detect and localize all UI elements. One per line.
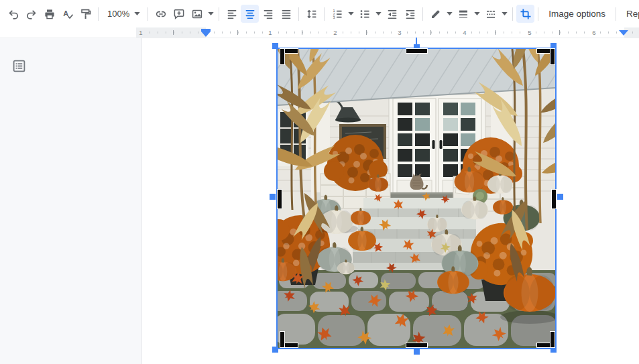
toolbar-separator [98, 7, 99, 21]
zoom-select[interactable]: 100% [102, 5, 144, 23]
align-right-button[interactable] [259, 5, 277, 23]
align-center-button[interactable] [241, 5, 259, 23]
redo-icon [25, 8, 38, 20]
ruler-label: 1 [266, 28, 274, 37]
ruler-label: 6 [590, 28, 597, 37]
toolbar-separator [148, 7, 148, 21]
border-weight-dropdown[interactable] [472, 5, 481, 23]
align-center-icon [244, 8, 256, 20]
paint-format-button[interactable] [76, 5, 95, 23]
document-outline-icon [13, 60, 25, 72]
numbered-list-dropdown[interactable] [346, 5, 355, 23]
toolbar: A 100% [0, 0, 639, 28]
border-weight-button[interactable] [454, 5, 472, 23]
chevron-down-icon [447, 12, 453, 15]
chevron-down-icon [375, 12, 382, 15]
border-weight-icon [457, 8, 469, 20]
border-color-dropdown[interactable] [445, 5, 454, 23]
svg-text:3: 3 [333, 15, 335, 19]
svg-text:A: A [63, 9, 68, 17]
line-spacing-button[interactable] [302, 5, 321, 23]
crop-handle-middle-right[interactable] [551, 189, 557, 209]
bulleted-list-dropdown[interactable] [373, 5, 383, 23]
redo-button[interactable] [22, 5, 40, 23]
insert-image-button[interactable] [188, 5, 206, 23]
border-color-button[interactable] [426, 5, 445, 23]
zoom-value: 100% [107, 9, 129, 19]
align-left-button[interactable] [223, 5, 241, 23]
chevron-down-icon [208, 12, 214, 15]
link-icon [155, 8, 167, 20]
show-outline-button[interactable] [11, 58, 26, 73]
border-dash-dropdown[interactable] [500, 5, 509, 23]
image-icon [191, 8, 203, 20]
crop-handle-top-center[interactable] [406, 48, 428, 54]
crop-handle-middle-left[interactable] [277, 189, 282, 209]
replace-image-button[interactable]: Replace [620, 5, 639, 23]
resize-handle-bottom-left[interactable] [272, 347, 278, 353]
crop-handle-bottom-center[interactable] [406, 343, 428, 348]
increase-indent-button[interactable] [401, 5, 419, 23]
ruler-label: 1 [137, 28, 144, 37]
crop-handle-top-right[interactable] [550, 48, 555, 65]
resize-handle-middle-left[interactable] [270, 194, 276, 200]
crop-icon [520, 8, 532, 20]
pencil-icon [430, 8, 442, 20]
outline-sidebar [0, 38, 142, 364]
toolbar-separator [538, 7, 538, 21]
toolbar-separator [298, 7, 299, 21]
decrease-indent-button[interactable] [383, 5, 401, 23]
align-left-icon [226, 8, 238, 20]
toolbar-separator [324, 7, 325, 21]
numbered-list-button[interactable]: 123 [328, 5, 346, 23]
border-dash-button[interactable] [481, 5, 500, 23]
right-indent-marker[interactable] [619, 30, 628, 36]
first-line-indent-marker[interactable] [201, 29, 211, 32]
bulleted-list-button[interactable] [355, 5, 373, 23]
insert-link-button[interactable] [152, 5, 170, 23]
google-docs-window: A 100% [0, 0, 639, 364]
resize-handle-top-left[interactable] [272, 43, 278, 49]
toolbar-separator [422, 7, 423, 21]
ruler: 1 1 2 3 4 5 6 [0, 27, 639, 38]
ruler-label: 5 [526, 28, 533, 37]
numbered-list-icon: 123 [331, 8, 343, 20]
undo-button[interactable] [4, 5, 22, 23]
align-right-icon [262, 8, 274, 20]
ruler-label: 2 [331, 28, 339, 37]
line-spacing-icon [306, 8, 318, 20]
crop-button[interactable] [516, 5, 534, 23]
toolbar-separator [616, 7, 616, 21]
toolbar-separator [219, 7, 219, 21]
fall-porch-photo [278, 49, 555, 348]
insert-image-dropdown[interactable] [206, 5, 215, 23]
resize-handle-middle-right[interactable] [557, 194, 563, 200]
border-dash-icon [485, 8, 497, 20]
increase-indent-icon [404, 8, 416, 20]
document-image[interactable] [278, 49, 555, 348]
justify-button[interactable] [277, 5, 295, 23]
undo-icon [7, 8, 19, 20]
crop-handle-bottom-left[interactable] [280, 331, 285, 348]
bulleted-list-icon [359, 8, 371, 20]
print-button[interactable] [40, 5, 58, 23]
decrease-indent-icon [386, 8, 398, 20]
add-comment-button[interactable] [170, 5, 188, 23]
paint-format-icon [80, 8, 92, 20]
image-options-button[interactable]: Image options [542, 5, 612, 23]
spelling-check-button[interactable]: A [58, 5, 76, 23]
toolbar-separator [512, 7, 513, 21]
chevron-down-icon [474, 12, 480, 15]
chevron-down-icon [134, 12, 140, 15]
resize-handle-bottom-center[interactable] [414, 349, 420, 355]
chevron-down-icon [502, 12, 508, 15]
crop-handle-top-left[interactable] [280, 48, 285, 65]
ruler-ticks [141, 27, 639, 38]
chevron-down-icon [348, 12, 354, 15]
print-icon [44, 8, 56, 20]
crop-handle-bottom-right[interactable] [550, 331, 555, 348]
spelling-check-icon: A [62, 8, 74, 20]
left-indent-marker[interactable] [201, 32, 211, 37]
add-comment-icon [173, 8, 185, 20]
ruler-label: 4 [461, 28, 468, 37]
